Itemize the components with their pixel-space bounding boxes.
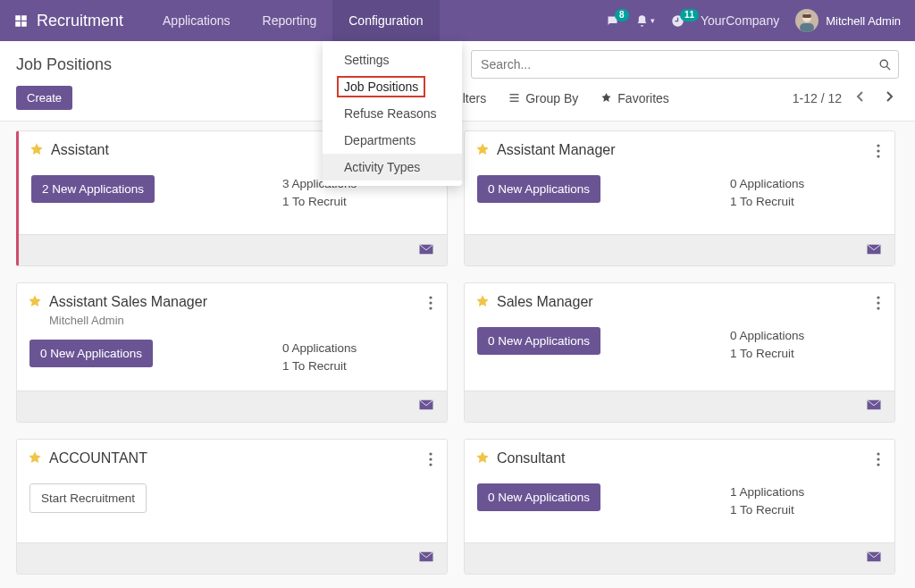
star-icon[interactable]: [28, 294, 42, 312]
star-icon[interactable]: [28, 450, 42, 468]
tab-reporting[interactable]: Reporting: [247, 0, 333, 41]
systray: 8 ▾ 11 YourCompany Mitchell Admin: [606, 9, 901, 32]
pager-next[interactable]: [879, 87, 899, 110]
applications-count: 1 Applications: [730, 483, 882, 501]
svg-point-26: [429, 452, 432, 455]
svg-rect-2: [15, 21, 21, 27]
applications-count: 0 Applications: [730, 327, 882, 345]
search-box[interactable]: [471, 50, 899, 79]
activities-badge: 11: [680, 9, 699, 21]
menu-settings[interactable]: Settings: [323, 46, 462, 73]
new-applications-button[interactable]: 0 New Applications: [29, 340, 153, 367]
menu-job-positions[interactable]: Job Positions: [323, 73, 462, 100]
tab-configuration[interactable]: Configuration: [332, 0, 439, 41]
favorites-button[interactable]: Favorites: [600, 91, 669, 105]
start-recruitment-button[interactable]: Start Recruitment: [29, 483, 147, 513]
create-button[interactable]: Create: [16, 86, 72, 110]
card-title: Assistant: [51, 142, 109, 158]
kanban-scroll[interactable]: Assistant2 New Applications3 Application…: [0, 122, 915, 588]
user-name: Mitchell Admin: [826, 14, 901, 28]
card-menu-icon[interactable]: [425, 450, 436, 471]
search-icon[interactable]: [871, 58, 898, 71]
job-card[interactable]: Consultant0 New Applications1 Applicatio…: [464, 439, 895, 575]
menu-activity-types[interactable]: Activity Types: [323, 154, 462, 181]
card-title: ACCOUNTANT: [49, 450, 147, 466]
card-title: Assistant Sales Manager: [49, 294, 207, 310]
job-card[interactable]: Assistant Sales ManagerMitchell Admin0 N…: [16, 282, 448, 423]
star-icon[interactable]: [475, 294, 490, 312]
new-applications-button[interactable]: 2 New Applications: [31, 175, 155, 203]
notifications-icon[interactable]: ▾: [635, 14, 655, 28]
page-title: Job Positions: [16, 55, 112, 74]
mail-icon[interactable]: [866, 243, 882, 258]
svg-rect-3: [21, 21, 27, 27]
svg-line-10: [886, 66, 890, 70]
search-input[interactable]: [472, 57, 871, 71]
svg-point-23: [877, 296, 879, 298]
mail-icon[interactable]: [418, 550, 434, 566]
svg-point-27: [429, 458, 432, 460]
card-menu-icon[interactable]: [873, 142, 884, 163]
star-icon[interactable]: [475, 142, 490, 160]
groupby-button[interactable]: Group By: [508, 91, 578, 105]
svg-point-18: [877, 149, 879, 152]
brand-title[interactable]: Recruitment: [37, 12, 123, 30]
job-card[interactable]: ACCOUNTANTStart Recruitment: [16, 439, 448, 575]
tab-applications[interactable]: Applications: [147, 0, 247, 41]
svg-point-21: [429, 301, 432, 304]
to-recruit-count: 1 To Recruit: [282, 357, 434, 375]
svg-rect-6: [800, 23, 814, 32]
to-recruit-count: 1 To Recruit: [730, 193, 882, 211]
search-options: Filters Group By Favorites: [434, 91, 669, 105]
to-recruit-count: 1 To Recruit: [730, 501, 882, 519]
card-menu-icon[interactable]: [425, 294, 436, 315]
svg-point-25: [877, 307, 879, 309]
svg-point-9: [880, 60, 887, 67]
user-menu[interactable]: Mitchell Admin: [795, 9, 901, 32]
job-card[interactable]: Assistant Manager0 New Applications0 App…: [464, 130, 895, 266]
svg-point-30: [877, 458, 879, 460]
star-icon[interactable]: [475, 450, 490, 468]
mail-icon[interactable]: [418, 243, 434, 258]
card-title: Assistant Manager: [497, 142, 616, 158]
job-card[interactable]: Sales Manager0 New Applications0 Applica…: [464, 282, 895, 423]
card-menu-icon[interactable]: [873, 450, 884, 471]
activities-icon[interactable]: 11: [671, 14, 684, 28]
pager: 1-12 / 12: [793, 87, 899, 110]
messages-badge: 8: [615, 9, 629, 21]
menu-departments[interactable]: Departments: [323, 127, 462, 154]
new-applications-button[interactable]: 0 New Applications: [477, 483, 600, 511]
pager-prev[interactable]: [851, 87, 870, 110]
apps-icon[interactable]: [14, 14, 28, 28]
new-applications-button[interactable]: 0 New Applications: [477, 327, 600, 355]
card-subtitle: Mitchell Admin: [49, 314, 207, 327]
company-selector[interactable]: YourCompany: [701, 13, 779, 28]
svg-rect-8: [802, 14, 811, 18]
to-recruit-count: 1 To Recruit: [730, 345, 882, 363]
applications-count: 0 Applications: [730, 175, 882, 193]
to-recruit-count: 1 To Recruit: [282, 193, 434, 211]
menu-refuse-reasons[interactable]: Refuse Reasons: [323, 100, 462, 127]
svg-rect-0: [15, 15, 21, 21]
svg-point-20: [429, 296, 432, 298]
messages-icon[interactable]: 8: [606, 14, 619, 28]
mail-icon[interactable]: [866, 399, 882, 414]
card-title: Consultant: [497, 450, 566, 466]
avatar: [795, 9, 818, 32]
svg-point-31: [877, 463, 879, 466]
svg-rect-1: [21, 15, 27, 21]
mail-icon[interactable]: [866, 550, 882, 566]
mail-icon[interactable]: [418, 399, 434, 414]
svg-point-24: [877, 301, 879, 304]
applications-count: 0 Applications: [282, 340, 434, 357]
kanban-board: Assistant2 New Applications3 Application…: [16, 130, 908, 575]
svg-point-29: [877, 452, 879, 455]
card-menu-icon[interactable]: [873, 294, 884, 315]
nav-tabs: Applications Reporting Configuration: [147, 0, 439, 41]
card-title: Sales Manager: [497, 294, 593, 310]
new-applications-button[interactable]: 0 New Applications: [477, 175, 600, 203]
star-icon[interactable]: [29, 142, 44, 160]
svg-point-22: [429, 307, 432, 309]
pager-range: 1-12 / 12: [793, 91, 842, 105]
configuration-dropdown: Settings Job Positions Refuse Reasons De…: [323, 41, 462, 186]
